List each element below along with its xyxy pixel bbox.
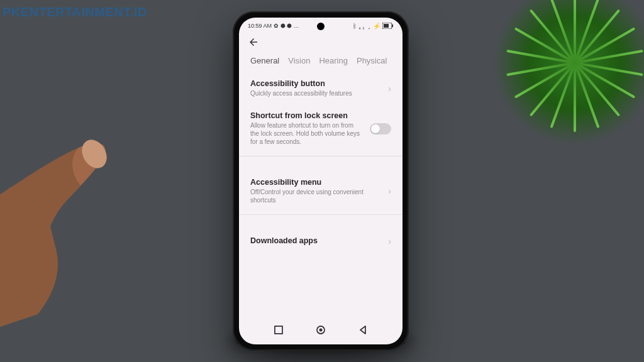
item-downloaded-apps[interactable]: Downloaded apps › [239,230,402,254]
phone-screen: 10:59 AM ✿ ⬢ ⬢ … ᛒ ₄₆ ₊ ⚡ General Vision… [239,18,402,344]
tab-physical[interactable]: Physical [357,56,387,65]
nav-home-button[interactable] [315,324,326,336]
svg-point-6 [319,329,322,332]
item-title: Accessibility menu [250,178,382,187]
item-sub: Quickly access accessibility features [250,89,382,97]
phone-frame: 10:59 AM ✿ ⬢ ⬢ … ᛒ ₄₆ ₊ ⚡ General Vision… [233,11,409,351]
settings-list: Accessibility button Quickly access acce… [239,73,402,319]
watermark-text: PKENTERTAINMENT.ID [0,4,150,21]
svg-rect-2 [392,25,393,27]
back-button[interactable] [248,36,259,51]
battery-icon [382,23,394,29]
item-title: Accessibility button [250,79,382,88]
front-camera [317,23,325,30]
svg-rect-4 [275,326,282,334]
navigation-bar [239,319,402,344]
nav-recent-button[interactable] [273,324,284,336]
tab-vision[interactable]: Vision [288,56,310,65]
plant-decoration [493,0,644,145]
hand [0,88,151,327]
tabs: General Vision Hearing Physical [239,55,402,73]
chevron-right-icon: › [388,84,391,94]
item-title: Downloaded apps [250,236,382,245]
status-right-icons: ᛒ ₄₆ ₊ ⚡ [353,23,380,30]
arrow-left-icon [248,36,259,48]
circle-icon [316,325,326,335]
tab-general[interactable]: General [250,56,279,65]
status-left-icons: ✿ ⬢ ⬢ … [274,23,299,29]
item-accessibility-button[interactable]: Accessibility button Quickly access acce… [239,73,402,105]
divider [239,214,402,215]
chevron-right-icon: › [388,186,391,196]
item-title: Shortcut from lock screen [250,111,364,120]
nav-back-button[interactable] [357,324,369,336]
item-sub: Allow feature shortcut to turn on from t… [250,121,364,146]
item-shortcut-lock-screen[interactable]: Shortcut from lock screen Allow feature … [239,105,402,153]
tab-hearing[interactable]: Hearing [319,56,348,65]
triangle-left-icon [358,326,367,334]
chevron-right-icon: › [388,236,391,246]
svg-point-0 [77,135,111,173]
toggle-shortcut-lock[interactable] [370,123,391,134]
svg-rect-3 [384,24,389,28]
divider [239,156,402,156]
status-time: 10:59 AM [248,23,272,29]
item-sub: Off/Control your device using convenient… [250,188,382,204]
item-accessibility-menu[interactable]: Accessibility menu Off/Control your devi… [239,172,402,212]
square-icon [274,326,283,334]
